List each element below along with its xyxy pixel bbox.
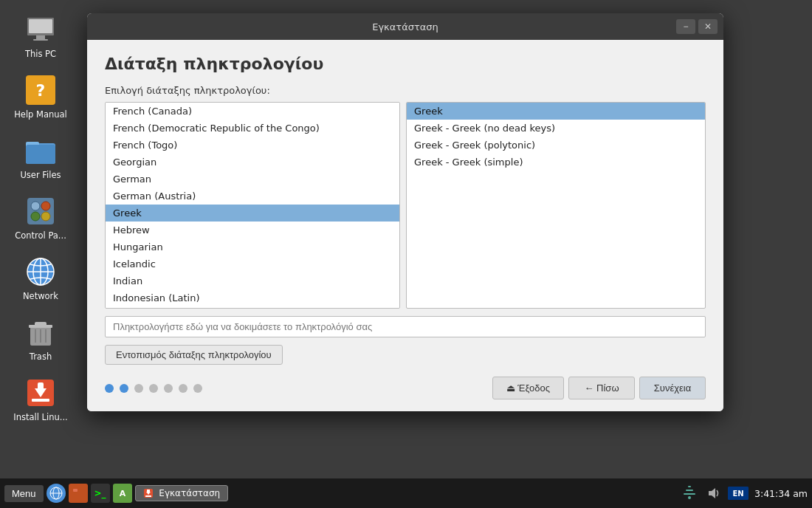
list-item[interactable]: Greek [106, 205, 399, 222]
sidebar-item-this-pc[interactable]: This PC [6, 7, 76, 65]
svg-marker-43 [709, 488, 715, 498]
sidebar-item-label: Help Manual [14, 109, 67, 120]
progress-dot-1 [120, 384, 128, 393]
help-icon: ? [24, 74, 57, 106]
svg-rect-20 [29, 325, 52, 328]
taskbar-time: 3:41:34 am [754, 488, 808, 499]
list-item[interactable]: Icelandic [106, 255, 399, 272]
dialog-titlebar: Εγκατάσταση − ✕ [87, 13, 723, 40]
exit-button[interactable]: ⏏ Έξοδος [492, 377, 564, 399]
page-title: Διάταξη πληκτρολογίου [105, 55, 706, 73]
dialog-body: Διάταξη πληκτρολογίου Επιλογή διάταξης π… [87, 40, 723, 411]
sidebar: This PC ? Help Manual User Files [0, 0, 81, 478]
svg-text:A: A [119, 489, 125, 498]
sidebar-item-label: Network [23, 291, 58, 301]
taskbar-files-icon[interactable] [69, 484, 88, 503]
list-item[interactable]: German [106, 171, 399, 188]
sidebar-item-control-panel[interactable]: Control Pa... [6, 189, 76, 247]
sidebar-item-help-manual[interactable]: ? Help Manual [6, 68, 76, 126]
trash-icon [24, 316, 57, 349]
installation-dialog: Εγκατάσταση − ✕ Διάταξη πληκτρολογίου Επ… [87, 13, 723, 411]
close-button[interactable]: ✕ [698, 19, 718, 34]
footer-buttons: ⏏ Έξοδος ← Πίσω Συνέχεια [492, 377, 706, 399]
language-list[interactable]: French (Canada)French (Democratic Republ… [105, 102, 400, 309]
sidebar-item-label: User Files [20, 170, 61, 180]
network-icon [24, 255, 57, 288]
monitor-icon [24, 13, 57, 46]
svg-point-11 [31, 212, 40, 221]
list-item[interactable]: French (Togo) [106, 137, 399, 154]
list-item[interactable]: French (Democratic Republic of the Congo… [106, 120, 399, 137]
svg-rect-26 [38, 382, 44, 391]
taskbar-appstore-icon[interactable]: A [113, 484, 132, 503]
svg-rect-8 [27, 198, 54, 224]
list-item[interactable]: Hungarian [106, 238, 399, 255]
list-item[interactable]: French (Canada) [106, 103, 399, 120]
language-code: EN [728, 487, 749, 500]
keyboard-test-input[interactable] [106, 317, 705, 337]
sidebar-item-label: Trash [30, 351, 52, 362]
sidebar-item-network[interactable]: Network [6, 250, 76, 307]
list-item[interactable]: Georgian [106, 154, 399, 171]
list-item[interactable]: Indian [106, 272, 399, 289]
minimize-button[interactable]: − [676, 19, 695, 34]
list-item[interactable]: Greek [407, 103, 705, 120]
list-item[interactable]: Greek - Greek (no dead keys) [407, 120, 705, 137]
progress-dot-6 [193, 384, 202, 393]
svg-rect-4 [33, 39, 48, 41]
list-item[interactable]: Greek - Greek (simple) [407, 154, 705, 171]
svg-rect-38 [145, 495, 151, 497]
taskbar-terminal-icon[interactable]: >_ [91, 484, 110, 503]
svg-rect-41 [688, 486, 691, 487]
list-item[interactable]: Irish [106, 306, 399, 309]
sidebar-item-label: Control Pa... [15, 230, 66, 241]
svg-point-10 [41, 202, 50, 210]
progress-dot-5 [179, 384, 187, 393]
dialog-footer: ⏏ Έξοδος ← Πίσω Συνέχεια [105, 377, 706, 399]
progress-dots [105, 384, 202, 393]
sidebar-item-user-files[interactable]: User Files [6, 128, 76, 186]
list-item[interactable]: Indonesian (Latin) [106, 289, 399, 306]
progress-dot-4 [164, 384, 173, 393]
sidebar-item-trash[interactable]: Trash [6, 310, 76, 368]
dialog-title: Εγκατάσταση [372, 21, 438, 32]
list-item[interactable]: Hebrew [106, 222, 399, 238]
list-item[interactable]: German (Austria) [106, 188, 399, 205]
taskbar-app-label: Εγκατάσταση [159, 488, 220, 498]
titlebar-controls: − ✕ [676, 19, 718, 34]
svg-point-9 [31, 202, 40, 210]
dialog-subtitle: Επιλογή διάταξης πληκτρολογίου: [105, 85, 706, 96]
svg-rect-7 [26, 145, 55, 164]
svg-point-42 [688, 496, 691, 499]
sidebar-item-install[interactable]: Install Linu... [6, 371, 76, 428]
install-icon [24, 377, 57, 409]
menu-button[interactable]: Menu [4, 485, 44, 502]
taskbar-app-installation[interactable]: Εγκατάσταση [135, 485, 229, 502]
system-tray-sound-icon[interactable] [704, 484, 722, 502]
svg-rect-40 [686, 490, 693, 491]
variant-list[interactable]: GreekGreek - Greek (no dead keys)Greek -… [406, 102, 706, 309]
system-tray-network-icon[interactable] [681, 484, 698, 502]
folder-icon [24, 134, 57, 167]
taskbar-browser-icon[interactable] [47, 484, 66, 503]
svg-rect-2 [29, 19, 52, 33]
sidebar-item-label: Install Linu... [13, 412, 67, 422]
list-item[interactable]: Greek - Greek (polytonic) [407, 137, 705, 154]
progress-dot-2 [134, 384, 143, 393]
progress-dot-3 [149, 384, 158, 393]
back-button[interactable]: ← Πίσω [568, 377, 635, 399]
svg-rect-32 [73, 489, 78, 492]
svg-rect-3 [36, 35, 45, 39]
control-panel-icon [24, 195, 57, 227]
svg-rect-39 [684, 493, 695, 495]
taskbar-right: EN 3:41:34 am [681, 484, 808, 502]
detect-layout-button[interactable]: Εντοπισμός διάταξης πληκτρολογίου [105, 345, 283, 365]
next-button[interactable]: Συνέχεια [639, 377, 706, 399]
svg-point-12 [41, 212, 50, 221]
language-flag[interactable]: EN [728, 487, 749, 500]
svg-rect-37 [147, 490, 150, 492]
keyboard-lists: French (Canada)French (Democratic Republ… [105, 102, 706, 309]
desktop: This PC ? Help Manual User Files [0, 0, 812, 478]
taskbar: Menu >_ A Εγκατάσταση EN 3:41:34 am [0, 478, 812, 508]
test-input-container [105, 316, 706, 337]
